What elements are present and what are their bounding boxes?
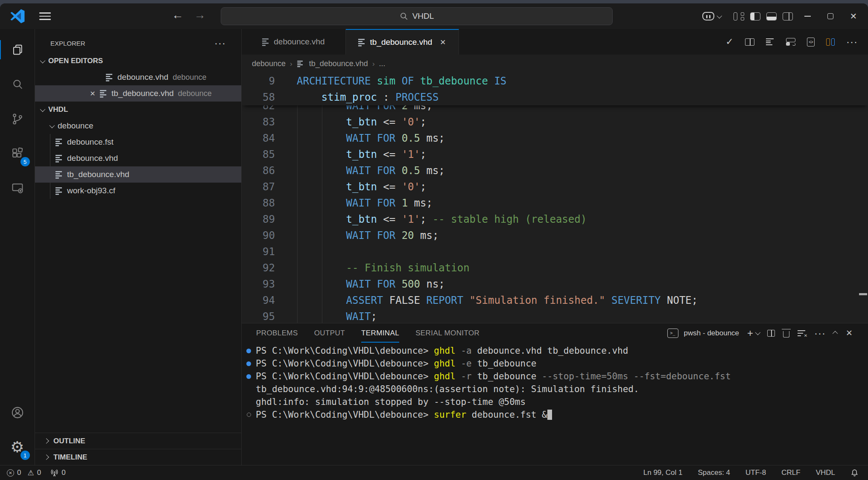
outline-icon[interactable] xyxy=(766,38,774,45)
file-code-icon[interactable]: <> xyxy=(807,38,815,47)
maximize-panel-icon[interactable] xyxy=(833,331,838,337)
eol-sequence[interactable]: CRLF xyxy=(781,468,800,477)
indentation[interactable]: Spaces: 4 xyxy=(698,468,730,477)
code-line[interactable]: 86 WAIT FOR 0.5 ms; xyxy=(242,163,868,179)
code-line[interactable]: 95 WAIT; xyxy=(242,308,868,323)
split-editor-icon[interactable] xyxy=(826,38,835,46)
more-actions-icon[interactable]: ··· xyxy=(814,331,826,336)
command-decoration-icon[interactable] xyxy=(242,357,256,370)
file-label: tb_debounce.vhd xyxy=(67,170,129,179)
folder-row[interactable]: debounce xyxy=(35,118,241,134)
sidebar-item-extensions[interactable]: 5 xyxy=(0,136,35,171)
more-actions-icon[interactable]: ··· xyxy=(846,39,858,44)
code-line[interactable]: 82 WAIT FOR 2 ms; xyxy=(242,105,868,114)
code-line[interactable]: 83 t_btn <= '0'; xyxy=(242,114,868,130)
close-icon[interactable]: ✕ xyxy=(440,38,446,47)
line-number: 86 xyxy=(242,163,297,179)
code-text: WAIT FOR 0.5 ms; xyxy=(297,163,445,179)
file-label: debounce.vhd xyxy=(67,154,118,163)
toggle-panel-icon[interactable] xyxy=(766,12,777,20)
panel-tab-output[interactable]: OUTPUT xyxy=(314,323,345,343)
outline-section[interactable]: OUTLINE xyxy=(35,433,241,449)
language-mode[interactable]: VHDL xyxy=(816,468,835,477)
tree-file-row[interactable]: debounce.vhd xyxy=(35,150,241,166)
code-line[interactable]: 89 t_btn <= '1'; -- stable high (release… xyxy=(242,211,868,227)
search-input[interactable]: VHDL xyxy=(221,7,613,25)
kill-terminal-icon[interactable] xyxy=(783,331,789,337)
layout-sections-icon[interactable] xyxy=(786,38,795,46)
breadcrumb-folder[interactable]: debounce xyxy=(252,59,286,68)
toggle-secondary-sidebar-icon[interactable] xyxy=(783,12,793,20)
code-line[interactable]: 87 t_btn <= '0'; xyxy=(242,179,868,195)
sidebar-item-search[interactable] xyxy=(0,67,35,102)
cursor-position[interactable]: Ln 99, Col 1 xyxy=(643,468,683,477)
panel-tab-problems[interactable]: PROBLEMS xyxy=(256,323,298,343)
code-line[interactable]: 9ARCHITECTURE sim OF tb_debounce IS xyxy=(242,73,868,89)
ports-status[interactable]: 0 xyxy=(50,468,65,477)
new-terminal-button[interactable]: + xyxy=(747,328,759,338)
check-icon[interactable]: ✓ xyxy=(726,36,734,47)
code-line[interactable]: 93 WAIT FOR 500 ns; xyxy=(242,276,868,292)
tree-children: debounce.fst debounce.vhd tb_debounce.vh… xyxy=(35,134,241,199)
sidebar-item-explorer[interactable] xyxy=(0,32,35,67)
titlebar-actions: ✕ xyxy=(702,3,862,29)
sidebar-item-remote-explorer[interactable] xyxy=(0,171,35,205)
settings-button[interactable]: ⚙ 1 xyxy=(0,430,35,464)
code-line[interactable]: 90 WAIT FOR 20 ms; xyxy=(242,227,868,244)
timeline-section[interactable]: TIMELINE xyxy=(35,449,241,465)
open-editor-item[interactable]: ✕ tb_debounce.vhd debounce xyxy=(35,85,241,102)
settings-badge: 1 xyxy=(20,451,30,460)
terminal-line: ghdl:info: simulation stopped by --stop-… xyxy=(242,396,868,408)
terminal[interactable]: PS C:\Work\Coding\VHDL\debounce> ghdl -a… xyxy=(242,343,868,465)
terminal-text: PS C:\Work\Coding\VHDL\debounce> ghdl -r… xyxy=(256,370,731,383)
code-line[interactable]: 91 xyxy=(242,244,868,260)
terminal-instance-label[interactable]: pwsh - debounce xyxy=(684,329,739,337)
chevron-down-icon xyxy=(717,13,722,18)
copilot-button[interactable] xyxy=(702,12,721,20)
back-arrow-icon[interactable]: ← xyxy=(170,9,185,22)
code-editor[interactable]: 9ARCHITECTURE sim OF tb_debounce IS58 st… xyxy=(242,73,868,323)
tree-file-row[interactable]: work-obj93.cf xyxy=(35,183,241,199)
sidebar-item-source-control[interactable] xyxy=(0,102,35,136)
tab-label: debounce.vhd xyxy=(274,37,324,47)
tree-file-row[interactable]: tb_debounce.vhd xyxy=(35,166,241,183)
tab-tb-debounce-vhd[interactable]: tb_debounce.vhd ✕ xyxy=(346,29,459,55)
problems-status[interactable]: ✕ 0 ⚠ 0 xyxy=(7,468,41,477)
close-panel-icon[interactable]: ✕ xyxy=(846,328,853,338)
open-editor-item[interactable]: debounce.vhd debounce xyxy=(35,69,241,85)
close-button[interactable]: ✕ xyxy=(845,8,862,25)
command-decoration-icon[interactable] xyxy=(242,370,256,383)
file-label: work-obj93.cf xyxy=(67,186,115,195)
maximize-button[interactable] xyxy=(822,8,839,25)
minimize-button[interactable] xyxy=(799,8,816,25)
accounts-button[interactable] xyxy=(0,395,35,430)
open-editors-header[interactable]: OPEN EDITORS xyxy=(35,53,241,69)
tab-debounce-vhd[interactable]: debounce.vhd xyxy=(242,29,346,55)
command-decoration-icon[interactable] xyxy=(242,344,256,357)
toggle-primary-sidebar-icon[interactable] xyxy=(750,12,760,20)
panel-tab-terminal[interactable]: TERMINAL xyxy=(361,323,399,343)
explorer-more-actions-icon[interactable]: ··· xyxy=(214,41,226,46)
open-preview-icon[interactable] xyxy=(745,38,754,46)
command-decoration-icon[interactable] xyxy=(242,408,256,421)
workspace-root-header[interactable]: VHDL xyxy=(35,102,241,118)
code-line[interactable]: 58 stim_proc : PROCESS xyxy=(242,89,868,105)
warning-count: 0 xyxy=(37,468,41,477)
code-line[interactable]: 85 t_btn <= '1'; xyxy=(242,146,868,163)
encoding[interactable]: UTF-8 xyxy=(745,468,766,477)
code-line[interactable]: 88 WAIT FOR 1 ms; xyxy=(242,195,868,211)
tree-file-row[interactable]: debounce.fst xyxy=(35,134,241,150)
breadcrumb-symbol[interactable]: ... xyxy=(379,59,386,68)
code-line[interactable]: 92 -- Finish simulation xyxy=(242,260,868,276)
code-line[interactable]: 94 ASSERT FALSE REPORT "Simulation finis… xyxy=(242,292,868,308)
clear-terminal-icon[interactable] xyxy=(798,330,806,337)
customize-layout-icon[interactable] xyxy=(734,12,744,20)
panel-tab-serial-monitor[interactable]: SERIAL MONITOR xyxy=(415,323,479,343)
menu-icon[interactable] xyxy=(39,12,51,20)
close-icon[interactable]: ✕ xyxy=(85,90,100,98)
breadcrumb-file[interactable]: tb_debounce.vhd xyxy=(309,59,368,68)
split-terminal-icon[interactable] xyxy=(767,330,775,337)
bell-icon[interactable] xyxy=(850,468,859,477)
code-line[interactable]: 84 WAIT FOR 0.5 ms; xyxy=(242,130,868,146)
forward-arrow-icon[interactable]: → xyxy=(192,9,208,22)
